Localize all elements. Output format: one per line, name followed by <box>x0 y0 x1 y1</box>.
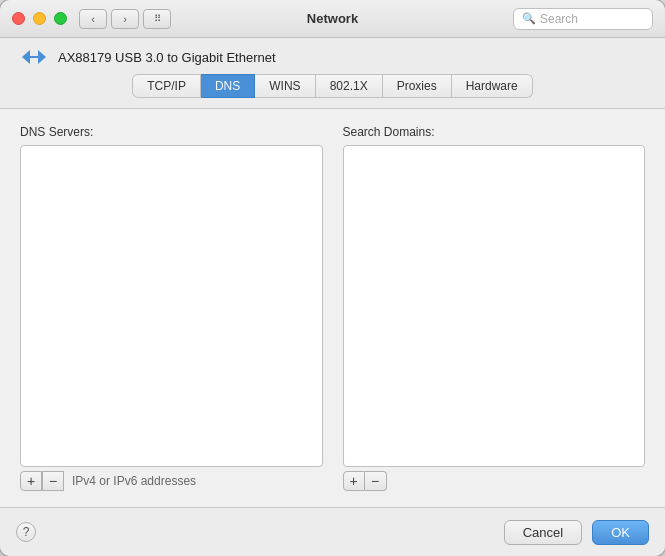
tab-wins[interactable]: WINS <box>255 74 315 98</box>
nav-buttons: ‹ › <box>79 9 139 29</box>
back-button[interactable]: ‹ <box>79 9 107 29</box>
svg-marker-0 <box>22 50 30 64</box>
close-button[interactable] <box>12 12 25 25</box>
tab-proxies[interactable]: Proxies <box>383 74 452 98</box>
ok-button[interactable]: OK <box>592 520 649 545</box>
search-input[interactable] <box>540 12 644 26</box>
search-domains-panel: Search Domains: + − <box>343 125 646 491</box>
window-title: Network <box>307 11 358 26</box>
device-name: AX88179 USB 3.0 to Gigabit Ethernet <box>58 50 276 65</box>
svg-marker-1 <box>38 50 46 64</box>
dns-servers-list[interactable] <box>20 145 323 467</box>
grid-button[interactable]: ⠿ <box>143 9 171 29</box>
dns-hint: IPv4 or IPv6 addresses <box>72 474 196 488</box>
domains-remove-button[interactable]: − <box>365 471 387 491</box>
search-domains-controls: + − <box>343 471 646 491</box>
search-domains-label: Search Domains: <box>343 125 646 139</box>
domains-add-button[interactable]: + <box>343 471 365 491</box>
cancel-button[interactable]: Cancel <box>504 520 582 545</box>
tab-hardware[interactable]: Hardware <box>452 74 533 98</box>
search-domains-list[interactable] <box>343 145 646 467</box>
device-header: AX88179 USB 3.0 to Gigabit Ethernet <box>0 38 665 74</box>
search-icon: 🔍 <box>522 12 536 25</box>
dns-remove-button[interactable]: − <box>42 471 64 491</box>
tab-bar: TCP/IP DNS WINS 802.1X Proxies Hardware <box>0 74 665 108</box>
titlebar: ‹ › ⠿ Network 🔍 <box>0 0 665 38</box>
dns-add-button[interactable]: + <box>20 471 42 491</box>
dns-servers-label: DNS Servers: <box>20 125 323 139</box>
help-button[interactable]: ? <box>16 522 36 542</box>
footer: ? Cancel OK <box>0 508 665 556</box>
minimize-button[interactable] <box>33 12 46 25</box>
maximize-button[interactable] <box>54 12 67 25</box>
tab-8021x[interactable]: 802.1X <box>316 74 383 98</box>
device-icon <box>20 48 48 66</box>
network-window: ‹ › ⠿ Network 🔍 AX88179 USB 3.0 to Gigab… <box>0 0 665 556</box>
footer-buttons: Cancel OK <box>504 520 649 545</box>
tab-dns[interactable]: DNS <box>201 74 255 98</box>
tab-tcpip[interactable]: TCP/IP <box>132 74 201 98</box>
content-area: DNS Servers: + − IPv4 or IPv6 addresses … <box>0 108 665 508</box>
search-box[interactable]: 🔍 <box>513 8 653 30</box>
dns-servers-panel: DNS Servers: + − IPv4 or IPv6 addresses <box>20 125 323 491</box>
traffic-lights <box>12 12 67 25</box>
forward-button[interactable]: › <box>111 9 139 29</box>
panels: DNS Servers: + − IPv4 or IPv6 addresses … <box>20 125 645 491</box>
dns-servers-controls: + − IPv4 or IPv6 addresses <box>20 471 323 491</box>
